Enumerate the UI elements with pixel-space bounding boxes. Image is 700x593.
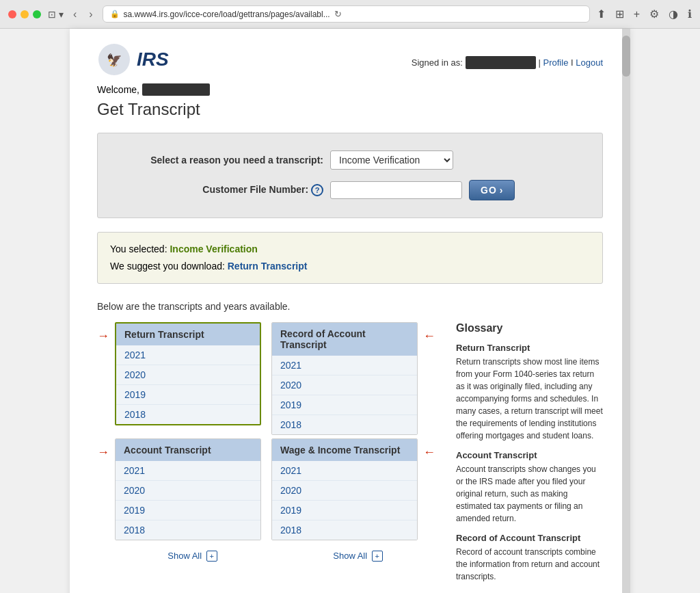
wage-income-year-2018[interactable]: 2018 [272,520,417,540]
suggestion-selected-line: You selected: Income Verification [110,241,590,258]
page-title: Get Transcript [97,100,603,119]
selected-label: You selected: [110,243,167,254]
go-arrow-icon: › [500,185,504,196]
return-transcript-arrow-icon: → [97,329,109,343]
account-transcript-wrapper: → Account Transcript 2021 2020 2019 2018 [97,438,261,540]
file-number-row: Customer File Number: ? GO › [118,180,582,200]
info-button[interactable]: ℹ [688,8,692,21]
account-show-all[interactable]: Show All + [115,544,270,568]
logout-link[interactable]: Logout [576,57,603,68]
go-button[interactable]: GO › [469,180,515,200]
file-number-label: Customer File Number: ? [118,184,323,196]
sidebar-toggle-button[interactable]: ⊡ ▾ [48,9,64,20]
account-show-all-plus-icon: + [206,551,217,562]
return-transcript-year-2018[interactable]: 2018 [116,405,260,424]
share-button[interactable]: ⬆ [597,8,606,21]
wage-income-year-2020[interactable]: 2020 [272,481,417,501]
profile-link[interactable]: Profile [543,57,569,68]
separator1: | [539,57,543,68]
grid-button[interactable]: ⊞ [615,8,624,21]
suggest-value-link[interactable]: Return Transcript [228,261,308,272]
welcome-label: Welcome, [97,84,139,95]
minimize-button[interactable] [21,10,29,18]
signed-in-label: Signed in as: [412,57,463,68]
irs-eagle-icon: 🦅 [97,42,131,77]
available-description: Below are the transcripts and years avai… [97,301,603,312]
glossary-term-record: Record of Account Transcript [456,533,603,543]
wage-income-wrapper: Wage & Income Transcript 2021 2020 2019 … [271,438,435,540]
return-transcript-wrapper: → Return Transcript 2021 2020 2019 2018 [97,322,261,435]
account-transcript-year-2021[interactable]: 2021 [116,461,260,481]
top-transcripts-grid: → Return Transcript 2021 2020 2019 2018 [97,322,435,435]
glossary-term-account: Account Transcript [456,450,603,460]
wage-income-year-2021[interactable]: 2021 [272,461,417,481]
bottom-transcripts-grid: → Account Transcript 2021 2020 2019 2018 [97,438,435,540]
transcript-form: Select a reason you need a transcript: I… [97,133,603,218]
welcome-name-redacted [142,83,210,96]
irs-logo: 🦅 IRS [97,42,169,77]
scrollbar-track[interactable] [622,29,630,593]
glossary-def-account: Account transcripts show changes you or … [456,463,603,525]
browser-chrome: ⊡ ▾ ‹ › 🔒 sa.www4.irs.gov/icce-core/load… [0,0,700,29]
suggest-label: We suggest you download: [110,261,225,272]
address-bar[interactable]: 🔒 sa.www4.irs.gov/icce-core/load/gettran… [103,5,590,23]
scrollbar-thumb[interactable] [622,36,630,77]
main-grid: → Return Transcript 2021 2020 2019 2018 [97,322,603,583]
return-transcript-year-2020[interactable]: 2020 [116,365,260,385]
page-wrapper: 🦅 IRS Signed in as: | Profile I Logout W… [0,29,700,593]
wage-show-all-plus-icon: + [372,551,383,562]
svg-text:🦅: 🦅 [107,53,122,68]
glossary-title: Glossary [456,322,603,334]
shield-button[interactable]: ◑ [669,8,678,21]
account-transcript-year-2020[interactable]: 2020 [116,481,260,501]
record-account-year-2018[interactable]: 2018 [272,415,417,434]
record-account-year-2020[interactable]: 2020 [272,375,417,395]
file-number-input[interactable] [330,181,462,199]
glossary-section: Glossary Return Transcript Return transc… [446,322,603,583]
return-transcript-header: Return Transcript [116,324,260,345]
record-account-year-2019[interactable]: 2019 [272,395,417,415]
account-transcript-year-2019[interactable]: 2019 [116,501,260,520]
reload-button[interactable]: ↻ [334,9,342,19]
record-of-account-header: Record of Account Transcript [272,323,417,356]
close-button[interactable] [8,10,16,18]
reason-label: Select a reason you need a transcript: [118,155,323,166]
file-number-help-icon[interactable]: ? [311,184,323,196]
return-transcript-year-2019[interactable]: 2019 [116,385,260,405]
toolbar-right: ⬆ ⊞ + ⚙ ◑ ℹ [597,8,692,21]
maximize-button[interactable] [33,10,41,18]
record-account-year-2021[interactable]: 2021 [272,356,417,375]
wage-income-header: Wage & Income Transcript [272,439,417,461]
suggestion-box: You selected: Income Verification We sug… [97,232,603,284]
suggestion-download-line: We suggest you download: Return Transcri… [110,258,590,275]
account-transcript-header: Account Transcript [116,439,260,461]
selected-value-link[interactable]: Income Verification [170,243,257,254]
url-text: sa.www4.irs.gov/icce-core/load/gettrans/… [124,10,330,19]
account-transcript-card: Account Transcript 2021 2020 2019 2018 [115,438,261,540]
forward-button[interactable]: › [86,8,95,21]
account-transcript-arrow-icon: → [97,445,109,460]
page-content: 🦅 IRS Signed in as: | Profile I Logout W… [70,29,630,593]
return-transcript-year-2021[interactable]: 2021 [116,345,260,365]
reason-select[interactable]: Income Verification Other [330,150,453,170]
back-button[interactable]: ‹ [70,8,79,21]
account-transcript-year-2018[interactable]: 2018 [116,520,260,540]
header-right: Signed in as: | Profile I Logout [412,42,603,69]
settings-button[interactable]: ⚙ [649,8,659,21]
available-section: Below are the transcripts and years avai… [97,301,603,583]
new-tab-button[interactable]: + [634,8,640,21]
record-of-account-wrapper: Record of Account Transcript 2021 2020 2… [271,322,435,435]
left-column: → Return Transcript 2021 2020 2019 2018 [97,322,435,583]
traffic-lights [8,10,41,18]
glossary-term-return: Return Transcript [456,343,603,353]
username-redacted [466,56,536,69]
glossary-def-return: Return transcripts show most line items … [456,356,603,442]
lock-icon: 🔒 [110,10,120,18]
wage-income-year-2019[interactable]: 2019 [272,501,417,520]
welcome-text: Welcome, [97,83,603,96]
wage-show-all[interactable]: Show All + [280,544,435,568]
return-transcript-card: Return Transcript 2021 2020 2019 2018 [115,322,261,425]
wage-income-arrow-icon: ← [423,445,435,460]
wage-income-card: Wage & Income Transcript 2021 2020 2019 … [271,438,418,540]
record-of-account-card: Record of Account Transcript 2021 2020 2… [271,322,418,435]
